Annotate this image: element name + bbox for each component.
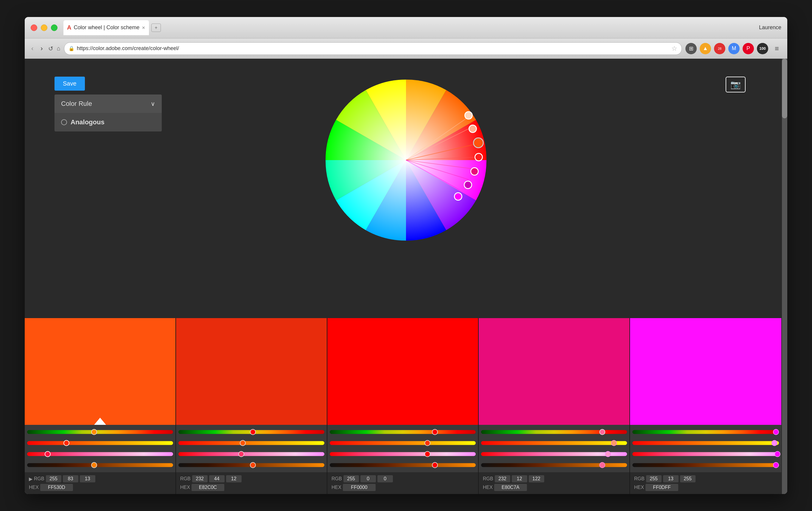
swatch-2-slider-1[interactable] bbox=[178, 427, 324, 437]
swatch-2-dot-2[interactable] bbox=[240, 440, 246, 446]
swatch-1-dot-4[interactable] bbox=[91, 462, 97, 468]
rgb-b-3[interactable]: 0 bbox=[377, 475, 393, 482]
rgb-b-5[interactable]: 255 bbox=[680, 475, 696, 482]
active-tab[interactable]: A Color wheel | Color scheme ✕ bbox=[63, 20, 149, 35]
swatch-3-dot-1[interactable] bbox=[432, 429, 438, 435]
color-rule-header[interactable]: Color Rule ∨ bbox=[55, 95, 162, 113]
rgb-b-1[interactable]: 13 bbox=[80, 475, 95, 482]
color-wheel[interactable] bbox=[323, 77, 489, 244]
wheel-handle-6[interactable] bbox=[464, 181, 472, 189]
swatch-3-dot-3[interactable] bbox=[425, 451, 430, 457]
swatch-1-slider-1[interactable] bbox=[27, 427, 173, 437]
rgb-b-2[interactable]: 12 bbox=[226, 475, 241, 482]
swatch-1-slider-2[interactable] bbox=[27, 438, 173, 448]
url-bar[interactable]: 🔒 https://color.adobe.com/create/color-w… bbox=[64, 42, 682, 55]
rgb-r-1[interactable]: 255 bbox=[46, 475, 61, 482]
swatch-1-dot-3[interactable] bbox=[45, 451, 51, 457]
minimize-button[interactable] bbox=[41, 24, 47, 31]
wheel-handle-7[interactable] bbox=[454, 192, 462, 200]
back-button[interactable]: ‹ bbox=[29, 44, 35, 54]
swatch-3-dot-4[interactable] bbox=[432, 462, 438, 468]
close-button[interactable] bbox=[31, 24, 37, 31]
hex-value-1[interactable]: FF530D bbox=[40, 484, 73, 491]
swatch-4-dot-1[interactable] bbox=[599, 429, 605, 435]
swatch-4-dot-2[interactable] bbox=[611, 440, 617, 446]
extension-icon-3[interactable]: 100 bbox=[757, 43, 768, 54]
swatch-2-dot-1[interactable] bbox=[250, 429, 256, 435]
hex-value-5[interactable]: FF0DFF bbox=[645, 484, 678, 491]
scrollbar-thumb[interactable] bbox=[782, 59, 787, 118]
swatch-3-slider-4[interactable] bbox=[330, 460, 476, 470]
rgb-r-2[interactable]: 232 bbox=[192, 475, 208, 482]
hex-value-4[interactable]: E80C7A bbox=[494, 484, 527, 491]
camera-button[interactable]: 📷 bbox=[726, 77, 746, 92]
swatch-color-5[interactable] bbox=[630, 318, 781, 425]
maximize-button[interactable] bbox=[51, 24, 57, 31]
rgb-g-3[interactable]: 0 bbox=[360, 475, 376, 482]
analogous-option[interactable]: Analogous bbox=[55, 113, 162, 132]
rgb-g-1[interactable]: 83 bbox=[63, 475, 78, 482]
wheel-handle-1[interactable] bbox=[464, 111, 473, 119]
forward-button[interactable]: › bbox=[39, 44, 45, 54]
swatch-4-slider-4[interactable] bbox=[481, 460, 627, 470]
swatch-4-slider-3[interactable] bbox=[481, 449, 627, 459]
swatch-5-dot-2[interactable] bbox=[772, 440, 778, 446]
rgb-g-4[interactable]: 12 bbox=[512, 475, 527, 482]
menu-icon[interactable]: ≡ bbox=[771, 43, 783, 54]
swatch-4-dot-3[interactable] bbox=[605, 451, 611, 457]
swatch-1-slider-4[interactable] bbox=[27, 460, 173, 470]
wheel-handle-2[interactable] bbox=[469, 125, 477, 133]
swatch-color-2[interactable] bbox=[176, 318, 327, 425]
swatch-4-dot-4[interactable] bbox=[599, 462, 605, 468]
swatch-5-dot-1[interactable] bbox=[773, 429, 779, 435]
swatch-2-dot-3[interactable] bbox=[238, 451, 244, 457]
swatch-3-slider-1[interactable] bbox=[330, 427, 476, 437]
rgb-g-5[interactable]: 13 bbox=[663, 475, 678, 482]
hex-value-3[interactable]: FF0000 bbox=[343, 484, 376, 491]
pinterest-icon[interactable]: P bbox=[743, 43, 754, 54]
swatch-5-slider-3[interactable] bbox=[632, 449, 779, 459]
gmail-icon[interactable]: M bbox=[728, 43, 740, 54]
extension-icon-1[interactable]: ▲ bbox=[700, 43, 711, 54]
swatch-1-dot-2[interactable] bbox=[63, 440, 69, 446]
swatch-3-slider-2[interactable] bbox=[330, 438, 476, 448]
swatch-2-slider-4[interactable] bbox=[178, 460, 324, 470]
wheel-handle-active[interactable] bbox=[473, 137, 484, 148]
swatch-5-slider-4[interactable] bbox=[632, 460, 779, 470]
extension-icon-2[interactable]: 28 bbox=[714, 43, 725, 54]
swatch-3-dot-2[interactable] bbox=[425, 440, 430, 446]
refresh-button[interactable]: ↺ bbox=[48, 45, 53, 52]
swatch-2-slider-3[interactable] bbox=[178, 449, 324, 459]
swatch-5-slider-1[interactable] bbox=[632, 427, 779, 437]
rgb-r-5[interactable]: 255 bbox=[646, 475, 662, 482]
swatch-color-4[interactable] bbox=[479, 318, 630, 425]
tab-close-icon[interactable]: ✕ bbox=[142, 25, 145, 30]
swatch-2-dot-4[interactable] bbox=[250, 462, 256, 468]
swatch-1-dot-1[interactable] bbox=[91, 429, 97, 435]
swatch-color-1[interactable] bbox=[25, 318, 175, 425]
rgb-g-2[interactable]: 44 bbox=[209, 475, 225, 482]
swatch-5-dot-3[interactable] bbox=[775, 451, 780, 457]
scrollbar[interactable] bbox=[782, 59, 787, 494]
swatch-5-dot-4[interactable] bbox=[773, 462, 779, 468]
layers-icon[interactable]: ⊞ bbox=[686, 43, 697, 54]
rgb-r-3[interactable]: 255 bbox=[343, 475, 359, 482]
hex-value-2[interactable]: E82C0C bbox=[192, 484, 224, 491]
swatch-2-slider-2[interactable] bbox=[178, 438, 324, 448]
swatch-4-slider-1[interactable] bbox=[481, 427, 627, 437]
new-tab-button[interactable]: + bbox=[151, 24, 161, 32]
selected-indicator bbox=[94, 418, 106, 425]
swatch-3-slider-3[interactable] bbox=[330, 449, 476, 459]
rgb-b-4[interactable]: 122 bbox=[529, 475, 544, 482]
rgb-r-4[interactable]: 232 bbox=[495, 475, 510, 482]
home-button[interactable]: ⌂ bbox=[57, 45, 60, 52]
wheel-handle-4[interactable] bbox=[474, 153, 483, 161]
wheel-handle-5[interactable] bbox=[470, 167, 479, 176]
bookmark-icon[interactable]: ☆ bbox=[671, 45, 677, 52]
save-button[interactable]: Save bbox=[55, 77, 85, 91]
rgb-arrow-1[interactable]: ▶ bbox=[29, 476, 32, 482]
swatch-1-slider-3[interactable] bbox=[27, 449, 173, 459]
swatch-5-slider-2[interactable] bbox=[632, 438, 779, 448]
swatch-color-3[interactable] bbox=[327, 318, 478, 425]
swatch-4-slider-2[interactable] bbox=[481, 438, 627, 448]
